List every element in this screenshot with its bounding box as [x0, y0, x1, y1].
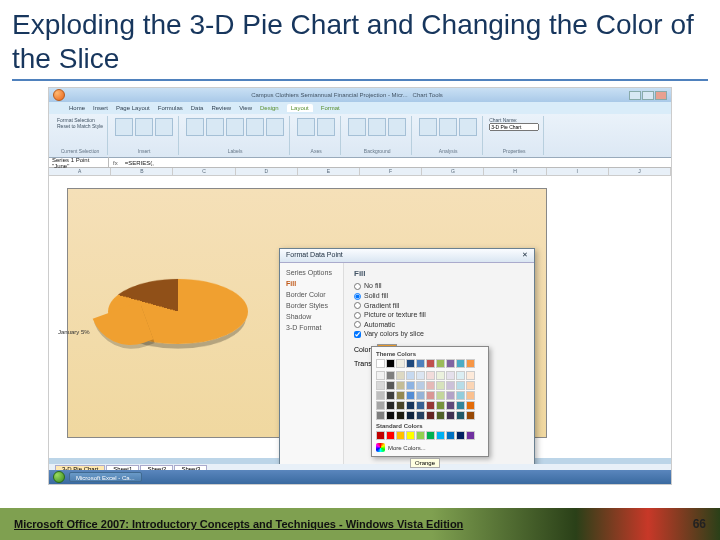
color-swatch[interactable] — [376, 401, 385, 410]
color-swatch[interactable] — [396, 359, 405, 368]
formula-value[interactable]: =SERIES(, — [122, 160, 671, 166]
color-swatch[interactable] — [466, 359, 475, 368]
tab-formulas[interactable]: Formulas — [158, 105, 183, 111]
office-button[interactable] — [53, 89, 65, 101]
minimize-button[interactable] — [629, 91, 641, 100]
color-swatch[interactable] — [456, 381, 465, 390]
cat-shadow[interactable]: Shadow — [280, 311, 343, 322]
color-swatch[interactable] — [376, 371, 385, 380]
color-swatch[interactable] — [426, 371, 435, 380]
name-box[interactable]: Series 1 Point "June" — [49, 157, 109, 169]
cat-border-styles[interactable]: Border Styles — [280, 300, 343, 311]
color-swatch[interactable] — [426, 411, 435, 420]
color-swatch[interactable] — [396, 411, 405, 420]
color-swatch[interactable] — [426, 401, 435, 410]
color-swatch[interactable] — [416, 359, 425, 368]
color-swatch[interactable] — [406, 381, 415, 390]
chart-name-input[interactable] — [489, 123, 539, 131]
color-swatch[interactable] — [406, 359, 415, 368]
color-swatch[interactable] — [396, 391, 405, 400]
opt-vary-colors[interactable]: Vary colors by slice — [354, 330, 524, 338]
tab-design[interactable]: Design — [260, 105, 279, 111]
color-swatch[interactable] — [466, 431, 475, 440]
color-swatch[interactable] — [386, 359, 395, 368]
color-swatch[interactable] — [466, 391, 475, 400]
legend-icon[interactable] — [226, 118, 244, 136]
color-swatch[interactable] — [436, 381, 445, 390]
color-swatch[interactable] — [456, 391, 465, 400]
color-swatch[interactable] — [376, 359, 385, 368]
opt-solid-fill[interactable]: Solid fill — [354, 292, 524, 300]
tab-review[interactable]: Review — [211, 105, 231, 111]
tab-view[interactable]: View — [239, 105, 252, 111]
color-swatch[interactable] — [386, 411, 395, 420]
color-swatch[interactable] — [426, 359, 435, 368]
more-colors-item[interactable]: More Colors... — [376, 443, 484, 452]
color-swatch[interactable] — [446, 359, 455, 368]
color-swatch[interactable] — [456, 431, 465, 440]
opt-picture-fill[interactable]: Picture or texture fill — [354, 311, 524, 319]
color-swatch[interactable] — [426, 431, 435, 440]
tab-insert[interactable]: Insert — [93, 105, 108, 111]
color-swatch[interactable] — [386, 381, 395, 390]
color-swatch[interactable] — [446, 391, 455, 400]
color-swatch[interactable] — [446, 371, 455, 380]
color-swatch[interactable] — [446, 381, 455, 390]
taskbar-excel-item[interactable]: Microsoft Excel - Ca... — [69, 472, 142, 482]
chart-floor-icon[interactable] — [368, 118, 386, 136]
color-swatch[interactable] — [376, 381, 385, 390]
data-table-icon[interactable] — [266, 118, 284, 136]
color-swatch[interactable] — [386, 371, 395, 380]
color-swatch[interactable] — [396, 371, 405, 380]
maximize-button[interactable] — [642, 91, 654, 100]
opt-no-fill[interactable]: No fill — [354, 282, 524, 290]
color-swatch[interactable] — [416, 431, 425, 440]
tab-home[interactable]: Home — [69, 105, 85, 111]
color-swatch[interactable] — [396, 401, 405, 410]
opt-automatic[interactable]: Automatic — [354, 321, 524, 329]
tab-page-layout[interactable]: Page Layout — [116, 105, 150, 111]
cat-border-color[interactable]: Border Color — [280, 289, 343, 300]
color-swatch[interactable] — [406, 411, 415, 420]
color-swatch[interactable] — [456, 401, 465, 410]
rotation-3d-icon[interactable] — [388, 118, 406, 136]
color-swatch[interactable] — [466, 411, 475, 420]
color-swatch[interactable] — [416, 411, 425, 420]
color-swatch[interactable] — [386, 431, 395, 440]
color-swatch[interactable] — [426, 381, 435, 390]
color-swatch[interactable] — [416, 381, 425, 390]
color-swatch[interactable] — [466, 381, 475, 390]
color-swatch[interactable] — [396, 431, 405, 440]
data-labels-icon[interactable] — [246, 118, 264, 136]
color-swatch[interactable] — [406, 391, 415, 400]
textbox-icon[interactable] — [155, 118, 173, 136]
color-swatch[interactable] — [456, 359, 465, 368]
color-swatch[interactable] — [416, 391, 425, 400]
tab-layout[interactable]: Layout — [287, 104, 313, 112]
gridlines-icon[interactable] — [317, 118, 335, 136]
color-swatch[interactable] — [436, 359, 445, 368]
reset-match-style-button[interactable]: Reset to Match Style — [57, 123, 103, 129]
color-swatch[interactable] — [456, 371, 465, 380]
color-swatch[interactable] — [376, 431, 385, 440]
axis-titles-icon[interactable] — [206, 118, 224, 136]
color-swatch[interactable] — [436, 401, 445, 410]
dialog-close-icon[interactable]: ✕ — [522, 251, 528, 260]
color-swatch[interactable] — [416, 371, 425, 380]
chart-wall-icon[interactable] — [348, 118, 366, 136]
color-swatch[interactable] — [446, 431, 455, 440]
color-swatch[interactable] — [386, 391, 395, 400]
color-swatch[interactable] — [436, 391, 445, 400]
cat-series-options[interactable]: Series Options — [280, 267, 343, 278]
opt-gradient-fill[interactable]: Gradient fill — [354, 302, 524, 310]
updown-bars-icon[interactable] — [459, 118, 477, 136]
cat-3d-format[interactable]: 3-D Format — [280, 322, 343, 333]
color-swatch[interactable] — [396, 381, 405, 390]
color-swatch[interactable] — [386, 401, 395, 410]
color-swatch[interactable] — [376, 411, 385, 420]
tab-data[interactable]: Data — [191, 105, 204, 111]
color-swatch[interactable] — [446, 401, 455, 410]
tab-format[interactable]: Format — [321, 105, 340, 111]
color-swatch[interactable] — [376, 391, 385, 400]
shapes-icon[interactable] — [135, 118, 153, 136]
